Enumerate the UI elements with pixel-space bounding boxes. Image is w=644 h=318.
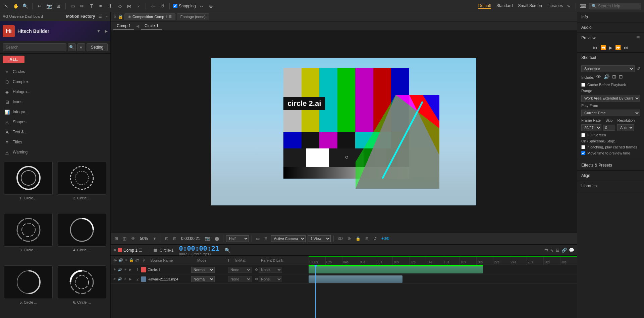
row2-eye-icon[interactable]: 👁 [112, 277, 117, 281]
keyboard-icon[interactable]: ⌨ [579, 2, 587, 10]
row1-trk-select[interactable]: None [228, 267, 252, 273]
ctrl-safe-btn[interactable]: ◫ [121, 236, 128, 242]
rp-range-select[interactable]: Work Area Extended By Current... [581, 95, 640, 102]
brush-tool[interactable]: ✒ [97, 2, 105, 10]
row2-audio-icon[interactable]: 🔊 [117, 277, 122, 281]
thumb-3[interactable]: 3. Circle ... [3, 213, 54, 263]
tl-tracks[interactable] [309, 265, 577, 318]
cat-hologra[interactable]: ◈ Hologra... [0, 87, 110, 97]
footage-tab[interactable]: Footage (none) [177, 13, 209, 20]
row1-mode[interactable]: Normal Add Multiply [191, 267, 221, 273]
cat-warning[interactable]: △ Warning [0, 147, 110, 157]
ctrl-region-btn[interactable]: ⊟ [172, 236, 178, 242]
ctrl-time-display[interactable]: 0:00:00:21 [180, 236, 202, 242]
panel-expand-icon[interactable]: » [105, 14, 108, 19]
row1-name[interactable]: Circle-1 [148, 268, 191, 272]
rp-effects-title[interactable]: Effects & Presets [577, 160, 644, 170]
cat-infogra[interactable]: 📊 Infogra... [0, 107, 110, 117]
cat-titles[interactable]: ≡ Titles [0, 137, 110, 147]
rp-fullscreen-checkbox[interactable] [581, 133, 585, 137]
row1-mode-select[interactable]: Normal Add Multiply [191, 267, 215, 273]
comp-tab-menu[interactable]: ☰ [169, 15, 172, 18]
rp-cache-checkbox[interactable] [581, 83, 585, 87]
rp-libraries-title[interactable]: Libraries [577, 181, 644, 191]
tl-stagger-btn[interactable]: ⇆ [544, 248, 548, 253]
ctrl-view-btn[interactable]: 👁 [130, 236, 137, 242]
cat-text[interactable]: A Text &... [0, 127, 110, 137]
ctrl-zoom[interactable]: 50% [139, 236, 149, 242]
tl-link-btn[interactable]: 🔗 [561, 248, 567, 253]
tl-clip-2[interactable] [309, 275, 402, 283]
thumb-5[interactable]: 5. Circle ... [3, 265, 54, 315]
rp-align-title[interactable]: Align [577, 171, 644, 181]
hitech-expand[interactable]: ▶ [105, 29, 108, 34]
rp-skip-input[interactable] [603, 125, 615, 131]
time-big[interactable]: 0:00:00:21 [179, 244, 219, 252]
more-workspaces[interactable]: » [565, 2, 572, 10]
ctrl-alpha-btn[interactable]: ⊞ [263, 236, 269, 242]
clone-tool[interactable]: ⬇ [107, 2, 114, 10]
rp-playfrom-select[interactable]: Current Time [581, 110, 640, 116]
cat-shapes[interactable]: △ Shapes [0, 117, 110, 127]
row1-audio-icon[interactable]: 🔊 [117, 267, 122, 272]
left-search-input[interactable] [3, 43, 66, 51]
rp-info-title[interactable]: Info [577, 12, 644, 22]
favorite-btn[interactable]: ★ [77, 43, 85, 51]
tl-comment-btn[interactable]: 💬 [569, 248, 574, 253]
hand-tool[interactable]: ✋ [12, 2, 19, 10]
row1-parent-select[interactable]: None [259, 267, 282, 273]
workspace-small-screen[interactable]: Small Screen [518, 3, 542, 9]
preview-area[interactable]: circle 2.ai [111, 31, 577, 232]
puppet-tool[interactable]: ⋈ [125, 2, 133, 10]
cat-icons[interactable]: ⊞ Icons [0, 97, 110, 107]
ctrl-align-btn[interactable]: ⊞ [364, 236, 370, 242]
ctrl-fit-btn[interactable]: ⊡ [164, 236, 170, 242]
row2-mode[interactable]: Normal Add [191, 276, 221, 282]
pen-tool[interactable]: ✏ [78, 2, 86, 10]
rp-skip-back[interactable]: ⏮ [593, 45, 598, 50]
rp-step-fwd[interactable]: ⏩ [615, 45, 621, 50]
workspace-default[interactable]: Default [478, 3, 491, 9]
cat-circles[interactable]: ○ Circles [0, 67, 110, 77]
rp-shortcut-select[interactable]: Spacebar [581, 65, 635, 72]
row2-trk[interactable]: None [228, 276, 255, 282]
row2-parent-select[interactable]: None [259, 276, 282, 282]
ctrl-reset-btn[interactable]: ↺ [372, 236, 378, 242]
rp-skip-fwd[interactable]: ⏭ [624, 45, 628, 50]
ctrl-lock-btn[interactable]: 🔒 [354, 236, 362, 242]
row1-expand-icon[interactable]: ▶ [128, 267, 133, 272]
eraser-tool[interactable]: ◇ [116, 2, 123, 10]
breadcrumb-comp1[interactable]: Comp 1 [113, 22, 134, 30]
search-input[interactable] [598, 4, 638, 8]
ctrl-more-btn[interactable]: ⊕ [346, 236, 352, 242]
motion-icon[interactable]: ⊕ [207, 2, 215, 10]
tl-search-icon[interactable]: 🔍 [225, 248, 230, 253]
rotate-tool[interactable]: ↩ [36, 2, 43, 10]
workspace-libraries[interactable]: Libraries [547, 3, 563, 9]
grid-tool[interactable]: ⊞ [55, 2, 62, 10]
workspace-standard[interactable]: Standard [496, 3, 513, 9]
tl-close-btn[interactable]: ✕ [113, 248, 117, 253]
ctrl-wireframe-btn[interactable]: ▭ [255, 236, 261, 242]
thumb-4[interactable]: 4. Circle ... [56, 213, 108, 263]
rp-resolution-select[interactable]: Auto Full Half [617, 124, 634, 131]
row2-name[interactable]: Hawaii-21113.mp4 [148, 277, 191, 281]
extra-tool[interactable]: ⟋ [135, 2, 142, 10]
tl-clip-1[interactable] [309, 266, 483, 273]
comp-tab[interactable]: ◉ Composition Comp 1 ☰ [124, 13, 175, 20]
left-search-btn[interactable]: 🔍 [68, 43, 76, 51]
tl-comp-menu[interactable]: ☰ [139, 248, 143, 253]
select-tool[interactable]: ↖ [3, 2, 10, 10]
ctrl-color-btn[interactable]: ⬤ [213, 236, 220, 242]
cat-complex[interactable]: ⬡ Complex [0, 77, 110, 87]
row2-solo-icon[interactable]: ☀ [123, 277, 127, 281]
row2-mode-select[interactable]: Normal Add [191, 276, 215, 282]
rp-shortcut-reset[interactable]: ↺ [637, 66, 640, 71]
text-tool[interactable]: T [88, 2, 95, 10]
row1-eye-icon[interactable]: 👁 [112, 267, 117, 272]
rp-include-overflow[interactable]: ⊞ [612, 74, 616, 79]
rp-include-expand[interactable]: ⊡ [619, 74, 623, 79]
rect-tool[interactable]: ▭ [69, 2, 76, 10]
ctrl-zoom-dropdown[interactable]: ▼ [151, 236, 158, 242]
ctrl-grid-btn[interactable]: ⊞ [113, 236, 119, 242]
